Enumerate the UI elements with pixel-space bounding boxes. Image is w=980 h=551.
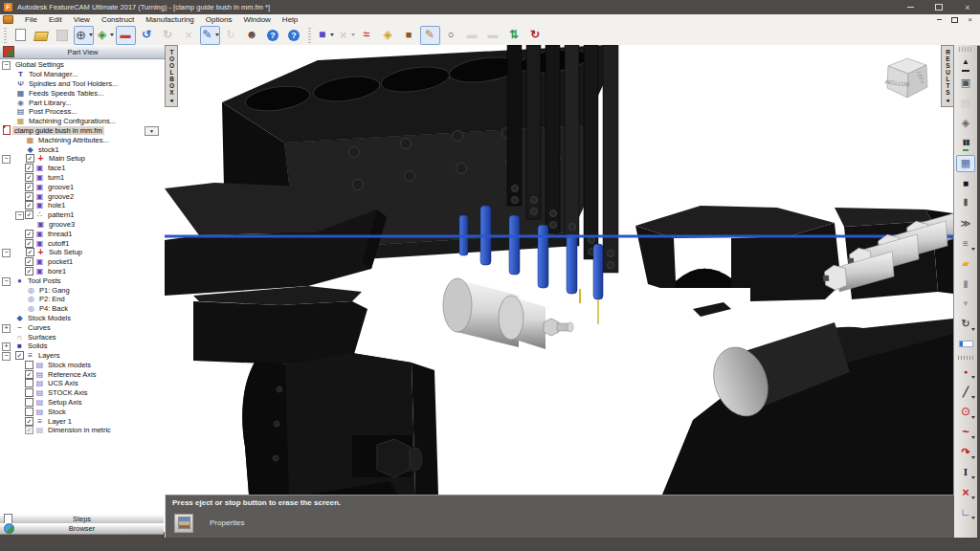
checkbox-unchecked[interactable] bbox=[25, 398, 33, 407]
machine-housing-icon[interactable] bbox=[956, 95, 975, 112]
tree-item-layer-1[interactable]: ✓Layer 1 bbox=[0, 416, 165, 426]
display-mode-icon[interactable] bbox=[74, 26, 94, 45]
close-button[interactable]: × bbox=[961, 2, 974, 12]
sim-progress-icon[interactable] bbox=[956, 336, 975, 353]
context-help-icon[interactable] bbox=[284, 26, 304, 45]
dropdown-arrow-icon[interactable] bbox=[971, 328, 975, 331]
dropdown-arrow-icon[interactable] bbox=[971, 456, 975, 459]
tree-item-groove2[interactable]: ✓groove2 bbox=[0, 191, 165, 201]
child-restore-button[interactable] bbox=[951, 17, 958, 23]
delete-selection-icon[interactable] bbox=[179, 26, 199, 45]
tree-item-stock-models[interactable]: Stock Models bbox=[0, 314, 165, 323]
tree-item-setup-axis[interactable]: Setup Axis bbox=[0, 398, 165, 408]
pause-icon[interactable] bbox=[956, 195, 975, 212]
collapse-left-icon[interactable]: ◄ bbox=[945, 98, 950, 103]
open-file-icon[interactable] bbox=[32, 26, 52, 45]
rotate-view-icon[interactable] bbox=[525, 26, 546, 45]
undo-icon[interactable] bbox=[137, 26, 157, 45]
arc-icon[interactable] bbox=[956, 444, 975, 461]
tree-item-face1[interactable]: ✓face1 bbox=[0, 164, 165, 173]
tree-item-stock-axis[interactable]: STOCK Axis bbox=[0, 388, 165, 398]
shading-mode-icon[interactable] bbox=[95, 26, 115, 45]
tree-item-cutoff1[interactable]: ✓cutoff1 bbox=[0, 238, 165, 248]
tree-item-machining-configurations[interactable]: Machining Configurations... bbox=[0, 117, 165, 126]
tree-item-tool-manager[interactable]: Tool Manager... bbox=[0, 70, 165, 79]
circle-icon[interactable] bbox=[956, 404, 975, 421]
checkbox-checked[interactable]: ✓ bbox=[25, 267, 33, 276]
view-cube[interactable]: BOTTOM LEFT bbox=[879, 55, 934, 104]
single-step-icon[interactable] bbox=[956, 235, 975, 253]
checkbox-unchecked[interactable] bbox=[25, 388, 33, 397]
tree-item-main-setup[interactable]: −✓Main Setup bbox=[0, 154, 165, 164]
tree-item-pocket1[interactable]: ✓pocket1 bbox=[0, 257, 165, 267]
tree-item-solids[interactable]: +Solids bbox=[0, 342, 165, 351]
line-icon[interactable] bbox=[956, 384, 975, 401]
dropdown-arrow-icon[interactable] bbox=[971, 496, 975, 499]
tree-item-bore1[interactable]: ✓bore1 bbox=[0, 267, 165, 276]
checkbox-checked[interactable]: ✓ bbox=[25, 173, 33, 182]
dropdown-arrow-icon[interactable] bbox=[110, 33, 114, 36]
geometry-constraints-icon[interactable] bbox=[441, 26, 461, 45]
menu-window[interactable]: Window bbox=[237, 15, 276, 24]
tree-item-stock[interactable]: Stock bbox=[0, 407, 165, 416]
polyline-icon[interactable] bbox=[956, 504, 975, 521]
dropdown-arrow-icon[interactable] bbox=[971, 476, 975, 479]
checkbox-checked[interactable]: ✓ bbox=[15, 351, 24, 360]
checkbox-checked[interactable]: ✓ bbox=[25, 183, 33, 191]
tree-item-p4-back[interactable]: P4: Back bbox=[0, 304, 165, 314]
restore-button[interactable] bbox=[932, 2, 946, 12]
tree-item-sub-setup[interactable]: −✓Sub Setup bbox=[0, 248, 165, 257]
collapse-left-icon[interactable]: ◄ bbox=[168, 98, 174, 103]
dropdown-arrow-icon[interactable] bbox=[971, 248, 975, 251]
child-close-button[interactable]: × bbox=[968, 15, 972, 24]
surface-wizard-icon[interactable] bbox=[378, 26, 398, 45]
checkbox-checked[interactable]: ✓ bbox=[25, 210, 33, 219]
tree-item-clamp-guide-bush-in-mm-fm[interactable]: clamp guide bush in mm.fm▼ bbox=[0, 126, 165, 136]
curve-icon[interactable] bbox=[956, 424, 975, 441]
dropdown-arrow-icon[interactable] bbox=[971, 396, 975, 399]
dropdown-arrow-icon[interactable] bbox=[215, 33, 219, 36]
properties-button[interactable] bbox=[174, 514, 193, 533]
tree-item-groove1[interactable]: ✓groove1 bbox=[0, 182, 165, 191]
tree-item-hole1[interactable]: ✓hole1 bbox=[0, 201, 165, 210]
trim-tool-icon[interactable] bbox=[336, 26, 356, 45]
checkbox-checked[interactable]: ✓ bbox=[25, 370, 33, 379]
checkbox-checked[interactable]: ✓ bbox=[25, 426, 33, 434]
menu-construct[interactable]: Construct bbox=[96, 15, 140, 24]
checkbox-checked[interactable]: ✓ bbox=[25, 230, 33, 238]
checkbox-checked[interactable]: ✓ bbox=[25, 417, 33, 426]
point-icon[interactable] bbox=[956, 364, 975, 381]
customer-feedback-icon[interactable] bbox=[242, 26, 262, 45]
tree-item-surfaces[interactable]: Surfaces bbox=[0, 332, 165, 342]
checkbox-checked[interactable]: ✓ bbox=[25, 192, 33, 201]
checkbox-checked[interactable]: ✓ bbox=[25, 201, 33, 209]
tree-item-feeds-speeds-tables[interactable]: Feeds Speeds Tables... bbox=[0, 88, 165, 98]
tree-item-spindles-and-tool-holders[interactable]: Spindles and Tool Holders... bbox=[0, 79, 165, 89]
dropdown-arrow-icon[interactable] bbox=[351, 33, 355, 36]
curve-wizard-icon[interactable] bbox=[357, 26, 377, 45]
menu-file[interactable]: File bbox=[19, 15, 43, 24]
tree-item-layers[interactable]: −✓Layers bbox=[0, 351, 165, 361]
dropdown-arrow-icon[interactable] bbox=[971, 517, 975, 519]
tree-item-tool-posts[interactable]: −Tool Posts bbox=[0, 276, 165, 285]
tree-item-dimension-in-metric[interactable]: ✓Dimension in metric bbox=[0, 426, 165, 435]
tree-item-post-process[interactable]: Post Process... bbox=[0, 107, 165, 117]
dropdown-arrow-icon[interactable] bbox=[971, 416, 975, 419]
dimension-icon[interactable] bbox=[956, 464, 975, 481]
part-compare-icon[interactable] bbox=[956, 296, 975, 313]
checkbox-checked[interactable]: ✓ bbox=[25, 257, 33, 266]
trim-icon[interactable] bbox=[956, 484, 975, 501]
sketch-tool-icon[interactable] bbox=[420, 26, 440, 45]
checkbox-checked[interactable]: ✓ bbox=[25, 239, 33, 248]
tree-item-ucs-axis[interactable]: UCS Axis bbox=[0, 379, 165, 388]
checkbox-checked[interactable]: ✓ bbox=[26, 154, 34, 163]
checkbox-checked[interactable]: ✓ bbox=[26, 248, 34, 256]
tree-item-p1-gang[interactable]: P1: Gang bbox=[0, 285, 165, 295]
menu-manufacturing[interactable]: Manufacturing bbox=[140, 15, 200, 24]
menu-view[interactable]: View bbox=[68, 15, 96, 24]
stock-model-icon[interactable] bbox=[315, 26, 335, 45]
tool-holder-icon[interactable] bbox=[956, 276, 975, 293]
stock-display-icon[interactable] bbox=[956, 115, 975, 132]
checkbox-unchecked[interactable] bbox=[25, 379, 33, 387]
tree-item-p2-end[interactable]: P2: End bbox=[0, 295, 165, 304]
